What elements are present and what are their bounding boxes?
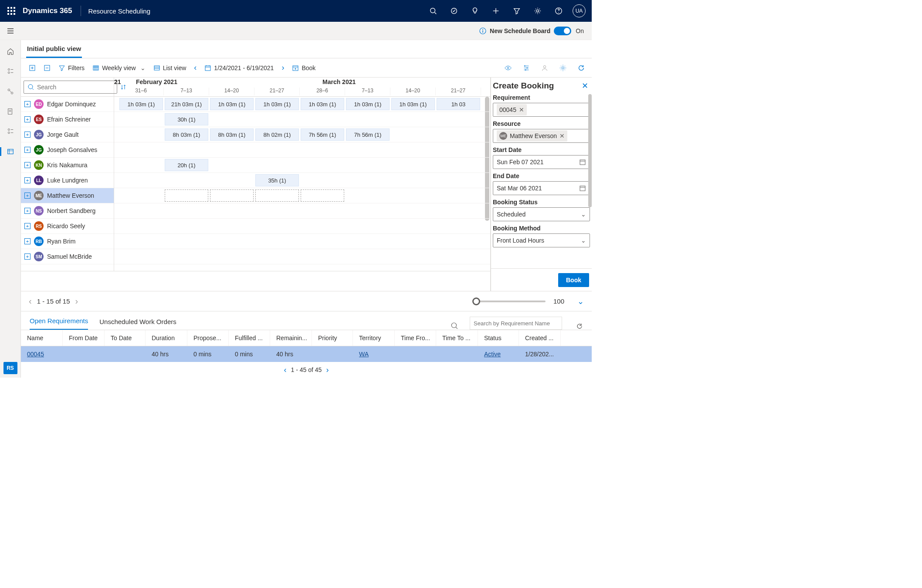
view-mode-dropdown[interactable]: Weekly view⌄ [91,61,147,75]
table-column-header[interactable]: Status [478,330,519,346]
resource-row[interactable]: + SM Samuel McBride [21,249,114,264]
bottom-pager-next-icon[interactable]: › [326,365,329,375]
expand-all-button[interactable] [27,61,37,75]
table-column-header[interactable]: From Date [63,330,105,346]
requirement-input[interactable]: 00045✕ [493,103,590,117]
expand-icon[interactable]: + [24,116,31,122]
table-cell[interactable]: Active [478,351,519,358]
zoom-dropdown-icon[interactable]: ⌄ [577,297,584,306]
requirements-table-row[interactable]: 0004540 hrs0 mins0 mins40 hrsWAActive1/2… [21,346,592,362]
nav-badge[interactable]: RS [3,362,17,374]
tab-initial-public-view[interactable]: Initial public view [26,41,82,58]
booking-cell[interactable]: 1h 03m (1) [301,98,344,110]
list-view-button[interactable]: List view [152,61,188,75]
booking-cell[interactable]: 1h 03m (1) [210,98,254,110]
nav-document-icon[interactable] [0,104,21,119]
end-date-input[interactable]: Sat Mar 06 2021 [493,181,590,195]
grid-row[interactable]: 30h (1) [114,112,490,127]
list-settings-icon[interactable] [522,64,531,72]
table-column-header[interactable]: Time Fro... [395,330,436,346]
help-icon[interactable] [548,0,569,22]
lightbulb-icon[interactable] [464,0,485,22]
booking-cell[interactable]: 8h 03m (1) [210,128,254,141]
grid-row[interactable] [114,219,490,234]
prev-period-button[interactable]: ‹ [192,61,198,75]
nav-connections-icon[interactable] [0,84,21,99]
tab-open-requirements[interactable]: Open Requirements [30,313,88,330]
zoom-slider-thumb[interactable] [472,297,480,305]
tab-unscheduled-work-orders[interactable]: Unscheduled Work Orders [99,314,176,330]
table-link[interactable]: 00045 [27,351,44,358]
filter-icon[interactable] [506,0,527,22]
expand-icon[interactable]: + [24,177,31,183]
user-avatar[interactable]: UA [573,4,586,17]
table-column-header[interactable]: Fulfilled ... [229,330,270,346]
table-column-header[interactable]: To Date [105,330,146,346]
bottom-refresh-icon[interactable] [576,323,583,330]
zoom-slider[interactable] [476,301,546,302]
pager-next-icon[interactable]: › [75,296,78,306]
grid-body[interactable]: 1h 03m (1)21h 03m (1)1h 03m (1)1h 03m (1… [114,97,490,284]
new-schedule-board-toggle[interactable] [554,27,571,35]
nav-home-icon[interactable] [0,44,21,59]
grid-row[interactable] [114,142,490,158]
grid-row[interactable]: 20h (1) [114,158,490,173]
drop-target[interactable] [165,189,208,202]
resource-row[interactable]: + ED Edgar Dominquez [21,97,114,112]
table-cell[interactable]: WA [353,351,395,358]
gear-icon[interactable] [559,64,567,72]
book-button[interactable]: Book [290,61,317,75]
expand-icon[interactable]: + [24,147,31,153]
table-column-header[interactable]: Name [21,330,63,346]
book-submit-button[interactable]: Book [558,273,589,287]
requirement-chip-remove-icon[interactable]: ✕ [519,106,524,113]
search-field[interactable] [37,84,113,91]
expand-icon[interactable]: + [24,132,31,138]
booking-cell[interactable]: 21h 03m (1) [165,98,208,110]
calendar-icon[interactable] [579,159,586,166]
date-range-picker[interactable]: 1/24/2021 - 6/19/2021 [203,61,275,75]
drop-target[interactable] [301,189,344,202]
booking-cell[interactable]: 1h 03m (1) [346,98,390,110]
grid-row[interactable] [114,249,490,264]
drop-target[interactable] [255,189,299,202]
nav-people-list-icon[interactable] [0,64,21,79]
bottom-search-input[interactable] [470,317,562,330]
booking-cell[interactable]: 8h 02m (1) [255,128,299,141]
person-icon[interactable] [540,64,549,72]
booking-cell[interactable]: 20h (1) [165,159,208,171]
calendar-icon[interactable] [579,185,586,192]
resource-row[interactable]: + NS Norbert Sandberg [21,203,114,219]
add-icon[interactable] [485,0,506,22]
grid-row[interactable] [114,203,490,219]
resource-row[interactable]: + RB Ryan Brim [21,234,114,249]
grid-row[interactable]: 1h 03m (1)21h 03m (1)1h 03m (1)1h 03m (1… [114,97,490,112]
table-column-header[interactable]: Duration [146,330,187,346]
booking-cell[interactable]: 7h 56m (1) [301,128,344,141]
resource-row[interactable]: + LL Luke Lundgren [21,173,114,188]
expand-icon[interactable]: + [24,238,31,244]
collapse-all-button[interactable] [42,61,52,75]
grid-row[interactable] [114,234,490,249]
booking-status-dropdown[interactable]: Scheduled⌄ [493,207,590,221]
pager-prev-icon[interactable]: ‹ [29,296,32,306]
bottom-pager-prev-icon[interactable]: ‹ [284,365,287,375]
table-column-header[interactable]: Time To ... [436,330,478,346]
filters-button[interactable]: Filters [57,61,86,75]
booking-cell[interactable]: 1h 03m (1) [255,98,299,110]
table-cell[interactable]: 00045 [21,351,63,358]
grid-row[interactable]: 8h 03m (1)8h 03m (1)8h 02m (1)7h 56m (1)… [114,127,490,142]
table-column-header[interactable]: Priority [312,330,353,346]
table-column-header[interactable]: Created ... [519,330,561,346]
expand-icon[interactable]: + [24,223,31,229]
booking-cell[interactable]: 7h 56m (1) [346,128,390,141]
refresh-icon[interactable] [577,64,586,72]
table-link[interactable]: WA [359,351,369,358]
table-link[interactable]: Active [484,351,501,358]
booking-cell[interactable]: 8h 03m (1) [165,128,208,141]
booking-method-dropdown[interactable]: Front Load Hours⌄ [493,233,590,247]
booking-cell[interactable]: 1h 03 [437,98,480,110]
panel-scrollbar[interactable] [588,94,592,207]
start-date-input[interactable]: Sun Feb 07 2021 [493,155,590,169]
expand-icon[interactable]: + [24,162,31,168]
